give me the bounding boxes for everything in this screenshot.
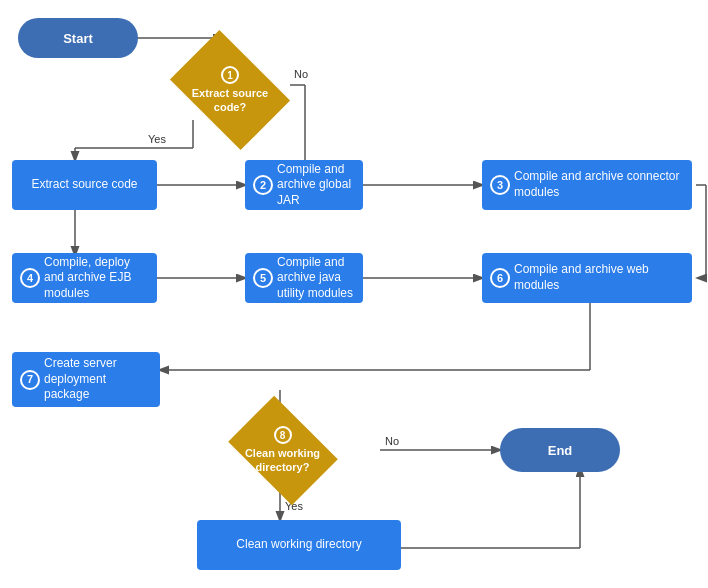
svg-text:No: No (294, 68, 308, 80)
svg-text:No: No (385, 435, 399, 447)
node-2-num: 2 (253, 175, 273, 195)
node-7: 7 Create server deployment package (12, 352, 160, 407)
node-5: 5 Compile and archive java utility modul… (245, 253, 363, 303)
clean-decision-label: 8 Clean workingdirectory? (235, 426, 330, 475)
clean-label: Clean working directory (236, 537, 361, 553)
end-node: End (500, 428, 620, 472)
node-5-num: 5 (253, 268, 273, 288)
clean-decision: 8 Clean workingdirectory? (225, 410, 340, 490)
node-3-num: 3 (490, 175, 510, 195)
extract-source-node: Extract source code (12, 160, 157, 210)
svg-text:Yes: Yes (148, 133, 166, 145)
node-6-label: Compile and archive web modules (514, 262, 684, 293)
extract-decision: 1 Extract source code? (170, 50, 290, 130)
end-label: End (548, 443, 573, 458)
extract-source-label: Extract source code (31, 177, 137, 193)
node-5-label: Compile and archive java utility modules (277, 255, 355, 302)
node-2: 2 Compile and archive global JAR (245, 160, 363, 210)
start-label: Start (63, 31, 93, 46)
node-2-label: Compile and archive global JAR (277, 162, 355, 209)
clean-node: Clean working directory (197, 520, 401, 570)
node-6: 6 Compile and archive web modules (482, 253, 692, 303)
node-3-label: Compile and archive connector modules (514, 169, 684, 200)
diagram: Yes No No Yes Start 1 Extract source cod… (0, 0, 708, 588)
extract-decision-label: 1 Extract source code? (170, 66, 290, 115)
node-7-label: Create server deployment package (44, 356, 152, 403)
start-node: Start (18, 18, 138, 58)
node-4: 4 Compile, deploy and archive EJB module… (12, 253, 157, 303)
node-4-num: 4 (20, 268, 40, 288)
node-4-label: Compile, deploy and archive EJB modules (44, 255, 149, 302)
node-6-num: 6 (490, 268, 510, 288)
node-7-num: 7 (20, 370, 40, 390)
node-3: 3 Compile and archive connector modules (482, 160, 692, 210)
